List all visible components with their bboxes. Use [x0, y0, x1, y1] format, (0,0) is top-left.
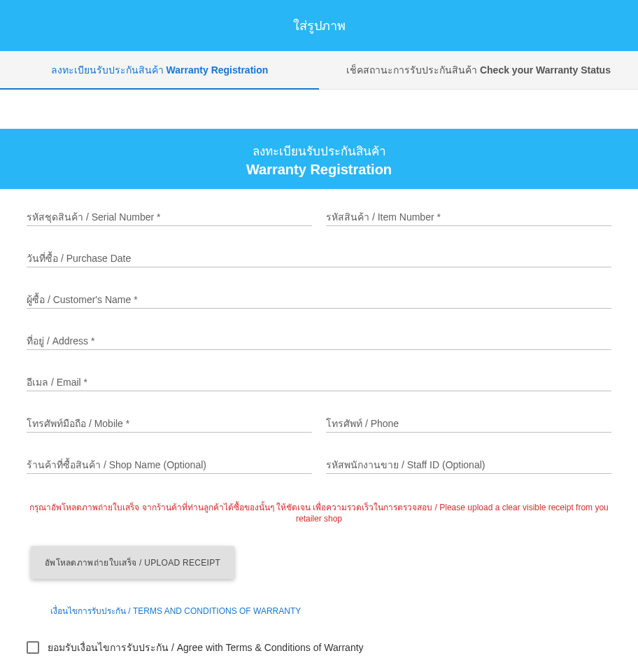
purchase-date-input[interactable] — [27, 250, 611, 267]
card-title-th: ลงทะเบียนรับประกันสินค้า — [0, 141, 638, 160]
shop-field-wrap — [27, 456, 312, 474]
tab-registration[interactable]: ลงทะเบียนรับประกันสินค้า Warranty Regist… — [0, 51, 319, 89]
tab-registration-bold: Warranty Registration — [166, 64, 269, 76]
item-input[interactable] — [326, 209, 611, 226]
phone-input[interactable] — [326, 415, 611, 433]
address-input[interactable] — [27, 332, 611, 350]
terms-link[interactable]: เงื่อนไขการรับประกัน / TERMS AND CONDITI… — [50, 604, 611, 617]
purchase-date-field-wrap — [27, 250, 611, 267]
agree-row: ยอมรับเงื่อนไขการรับประกัน / Agree with … — [27, 640, 611, 655]
email-input[interactable] — [27, 374, 611, 391]
card-title-en: Warranty Registration — [0, 162, 638, 178]
upload-receipt-button[interactable]: อัพโหลดภาพถ่ายใบเสร็จ / UPLOAD RECEIPT — [31, 546, 234, 579]
card-header: ลงทะเบียนรับประกันสินค้า Warranty Regist… — [0, 129, 638, 189]
page-header: ใส่รูปภาพ — [0, 0, 638, 51]
spacer — [0, 90, 638, 129]
tab-bar: ลงทะเบียนรับประกันสินค้า Warranty Regist… — [0, 51, 638, 90]
card-body: กรุณาอัพโหลดภาพถ่ายใบเสร็จ จากร้านค้าที่… — [0, 189, 638, 672]
shop-input[interactable] — [27, 456, 312, 474]
tab-check-prefix: เช็คสถานะการรับประกันสินค้า — [346, 64, 480, 76]
customer-field-wrap — [27, 291, 611, 309]
agree-label: ยอมรับเงื่อนไขการรับประกัน / Agree with … — [48, 640, 364, 655]
mobile-input[interactable] — [27, 415, 312, 433]
tab-registration-prefix: ลงทะเบียนรับประกันสินค้า — [51, 64, 166, 76]
upload-wrap: อัพโหลดภาพถ่ายใบเสร็จ / UPLOAD RECEIPT — [31, 546, 611, 579]
staff-field-wrap — [326, 456, 611, 474]
email-field-wrap — [27, 374, 611, 391]
serial-input[interactable] — [27, 209, 312, 226]
registration-card: ลงทะเบียนรับประกันสินค้า Warranty Regist… — [0, 129, 638, 672]
staff-input[interactable] — [326, 456, 611, 474]
upload-notice: กรุณาอัพโหลดภาพถ่ายใบเสร็จ จากร้านค้าที่… — [27, 500, 611, 524]
tab-check-status[interactable]: เช็คสถานะการรับประกันสินค้า Check your W… — [319, 51, 638, 89]
tab-check-bold: Check your Warranty Status — [480, 64, 611, 76]
agree-checkbox[interactable] — [27, 641, 39, 654]
serial-field-wrap — [27, 209, 312, 226]
page-header-title: ใส่รูปภาพ — [293, 19, 346, 33]
phone-field-wrap — [326, 415, 611, 433]
item-field-wrap — [326, 209, 611, 226]
mobile-field-wrap — [27, 415, 312, 433]
address-field-wrap — [27, 332, 611, 350]
customer-input[interactable] — [27, 291, 611, 309]
